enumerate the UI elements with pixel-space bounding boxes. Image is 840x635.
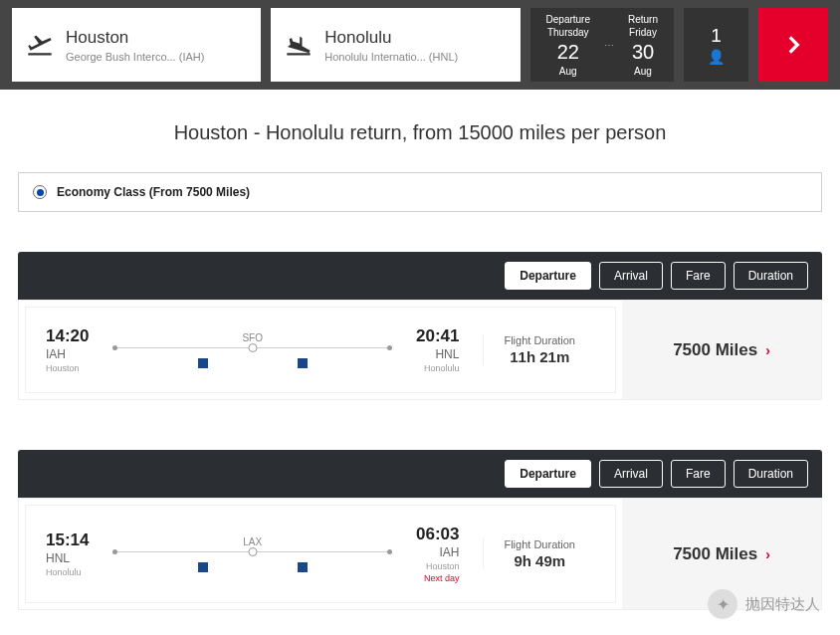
cabin-label: Economy Class (From 7500 Miles) xyxy=(57,185,250,199)
route-diagram: LAX xyxy=(112,536,391,572)
duration-label: Flight Duration xyxy=(504,538,575,550)
dep-code: HNL xyxy=(46,551,89,567)
chevron-right-icon xyxy=(780,32,806,58)
watermark: ✦ 抛因特达人 xyxy=(708,589,820,619)
duration-value: 11h 21m xyxy=(510,348,569,365)
arr-time: 20:41 xyxy=(416,325,459,347)
dep-time: 15:14 xyxy=(46,529,89,551)
arr-city: Honolulu xyxy=(424,363,460,375)
price-value: 7500 Miles xyxy=(673,340,757,360)
flight-details: 14:20 IAH Houston SFO 20:41 HNL Honolulu xyxy=(25,307,616,393)
flight-details: 15:14 HNL Honolulu LAX 06:03 IAH Houston xyxy=(25,505,616,603)
origin-city: Houston xyxy=(66,28,204,48)
departure-time-col: 14:20 IAH Houston xyxy=(46,325,89,374)
page-title: Houston - Honolulu return, from 15000 mi… xyxy=(18,121,822,144)
sort-arrival[interactable]: Arrival xyxy=(599,262,663,290)
arr-time: 06:03 xyxy=(416,524,459,545)
return-date: Return Friday 30 Aug xyxy=(628,13,658,78)
sort-bar: Departure Arrival Fare Duration xyxy=(18,252,822,300)
departure-date: Departure Thursday 22 Aug xyxy=(546,13,590,78)
sort-departure[interactable]: Departure xyxy=(505,460,591,488)
price-value: 7500 Miles xyxy=(673,544,757,564)
destination-text: Honolulu Honolulu Internatio... (HNL) xyxy=(324,28,458,63)
dep-time: 14:20 xyxy=(46,325,89,347)
dep-city: Houston xyxy=(46,363,89,375)
chevron-right-icon: › xyxy=(765,546,770,562)
duration-label: Flight Duration xyxy=(504,334,575,346)
price-button[interactable]: 7500 Miles › xyxy=(622,301,821,399)
flight-block: Departure Arrival Fare Duration 14:20 IA… xyxy=(18,252,822,400)
airline-icon xyxy=(198,562,208,572)
person-icon: 👤 xyxy=(708,49,725,65)
origin-box[interactable]: Houston George Bush Interco... (IAH) xyxy=(12,8,261,82)
arr-code: HNL xyxy=(435,347,459,363)
passenger-count: 1 xyxy=(711,25,722,47)
sort-duration[interactable]: Duration xyxy=(734,460,808,488)
plane-takeoff-icon xyxy=(26,31,54,59)
sort-arrival[interactable]: Arrival xyxy=(599,460,663,488)
search-bar: Houston George Bush Interco... (IAH) Hon… xyxy=(0,0,840,90)
sort-fare[interactable]: Fare xyxy=(671,262,726,290)
next-day-indicator: Next day xyxy=(424,573,460,585)
flight-row: 14:20 IAH Houston SFO 20:41 HNL Honolulu xyxy=(18,300,822,400)
sort-duration[interactable]: Duration xyxy=(734,262,808,290)
sort-departure[interactable]: Departure xyxy=(505,262,591,290)
arr-city: Houston xyxy=(426,561,460,573)
destination-city: Honolulu xyxy=(324,28,458,48)
watermark-text: 抛因特达人 xyxy=(745,595,820,614)
radio-selected-icon xyxy=(33,185,47,199)
chevron-right-icon: › xyxy=(765,342,770,358)
airline-icon xyxy=(198,358,208,368)
dep-city: Honolulu xyxy=(46,567,89,579)
stop-code: SFO xyxy=(242,332,263,343)
airline-icon xyxy=(298,358,308,368)
stop-code: LAX xyxy=(243,536,262,547)
flight-row: 15:14 HNL Honolulu LAX 06:03 IAH Houston xyxy=(18,498,822,610)
sort-fare[interactable]: Fare xyxy=(671,460,726,488)
origin-text: Houston George Bush Interco... (IAH) xyxy=(66,28,204,63)
origin-airport: George Bush Interco... (IAH) xyxy=(66,51,204,63)
duration-col: Flight Duration 11h 21m xyxy=(483,334,595,365)
watermark-icon: ✦ xyxy=(708,589,737,619)
date-selector[interactable]: Departure Thursday 22 Aug ⋯ Return Frida… xyxy=(530,8,674,82)
dep-code: IAH xyxy=(46,347,89,363)
duration-col: Flight Duration 9h 49m xyxy=(483,538,595,569)
arrival-time-col: 06:03 IAH Houston Next day xyxy=(416,524,459,584)
airline-icon xyxy=(298,562,308,572)
arr-code: IAH xyxy=(439,545,459,561)
departure-time-col: 15:14 HNL Honolulu xyxy=(46,529,89,578)
destination-airport: Honolulu Internatio... (HNL) xyxy=(324,51,458,63)
passenger-selector[interactable]: 1 👤 xyxy=(684,8,748,82)
flight-block: Departure Arrival Fare Duration 15:14 HN… xyxy=(18,450,822,610)
search-button[interactable] xyxy=(758,8,828,82)
cabin-class-selector[interactable]: Economy Class (From 7500 Miles) xyxy=(18,172,822,212)
route-diagram: SFO xyxy=(112,332,391,368)
duration-value: 9h 49m xyxy=(514,552,565,569)
plane-landing-icon xyxy=(285,31,313,59)
sort-bar: Departure Arrival Fare Duration xyxy=(18,450,822,498)
destination-box[interactable]: Honolulu Honolulu Internatio... (HNL) xyxy=(271,8,520,82)
date-separator: ⋯ xyxy=(604,40,614,51)
arrival-time-col: 20:41 HNL Honolulu xyxy=(416,325,459,374)
